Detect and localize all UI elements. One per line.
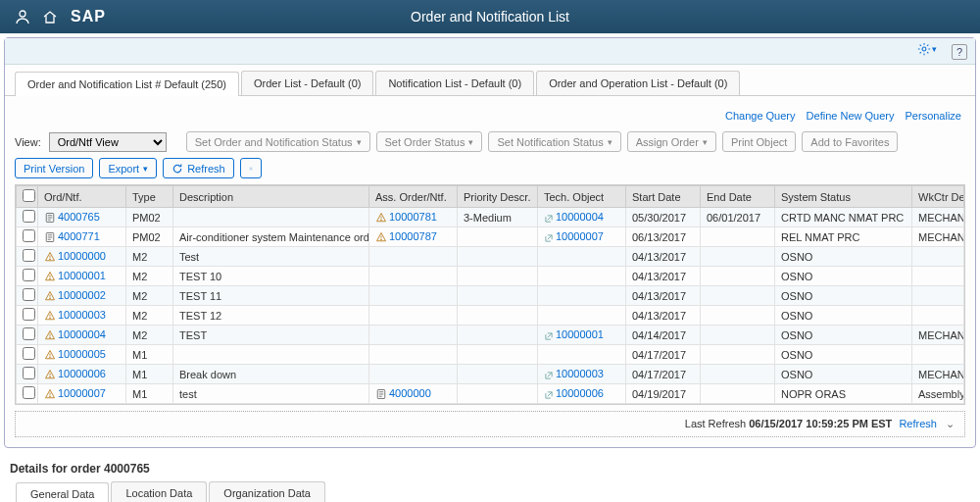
set-order-status-button[interactable]: Set Order Status▾ bbox=[376, 131, 483, 152]
svg-point-1 bbox=[922, 47, 926, 51]
col-tech[interactable]: Tech. Object bbox=[538, 186, 626, 208]
col-prio[interactable]: Priority Descr. bbox=[458, 186, 538, 208]
ordntf-link[interactable]: 10000002 bbox=[58, 289, 106, 301]
page-title: Order and Notification List bbox=[0, 9, 980, 25]
change-query-link[interactable]: Change Query bbox=[725, 110, 796, 122]
tab-1[interactable]: Order List - Default (0) bbox=[241, 71, 373, 95]
row-checkbox[interactable] bbox=[17, 365, 38, 384]
tech-object-link[interactable]: 10000004 bbox=[556, 211, 604, 223]
row-checkbox[interactable] bbox=[17, 267, 38, 286]
ordntf-link[interactable]: 4000765 bbox=[58, 211, 100, 223]
ordntf-link[interactable]: 10000001 bbox=[58, 270, 106, 281]
tab-0[interactable]: Order and Notification List # Default (2… bbox=[15, 72, 239, 96]
set-order-notif-status-button[interactable]: Set Order and Notification Status▾ bbox=[186, 131, 370, 152]
chevron-down-icon[interactable]: ⌄ bbox=[946, 418, 955, 429]
status-cell: OSNO bbox=[775, 365, 912, 384]
notification-icon bbox=[44, 290, 56, 302]
col-status[interactable]: System Status bbox=[775, 186, 912, 208]
tab-2[interactable]: Notification List - Default (0) bbox=[375, 71, 534, 95]
detail-tab-1[interactable]: Location Data bbox=[111, 481, 207, 502]
assign-order-button[interactable]: Assign Order▾ bbox=[627, 131, 716, 152]
select-all-checkbox[interactable] bbox=[17, 186, 38, 208]
ordntf-link[interactable]: 10000005 bbox=[58, 348, 106, 360]
start-cell: 04/19/2017 bbox=[626, 384, 701, 404]
settings-gear-icon[interactable]: ▾ bbox=[917, 42, 937, 56]
tech-object-link[interactable]: 10000003 bbox=[556, 368, 604, 379]
col-desc[interactable]: Description bbox=[173, 186, 369, 208]
refresh-link[interactable]: Refresh bbox=[899, 418, 937, 429]
ordntf-link[interactable]: 10000007 bbox=[58, 387, 106, 399]
end-cell bbox=[701, 286, 775, 306]
assoc-link[interactable]: 10000781 bbox=[389, 211, 437, 223]
detail-tab-2[interactable]: Organization Data bbox=[209, 481, 325, 502]
status-cell: OSNO bbox=[775, 286, 912, 306]
grid-settings-icon[interactable] bbox=[240, 158, 262, 178]
table-row[interactable]: 10000004M2TEST1000000104/14/2017OSNOMECH… bbox=[17, 326, 964, 345]
end-cell bbox=[701, 267, 775, 286]
home-icon[interactable] bbox=[39, 6, 61, 27]
col-assoc[interactable]: Ass. Order/Ntf. bbox=[369, 186, 458, 208]
table-row[interactable]: 4000765PM02100007813-Medium1000000405/30… bbox=[17, 208, 964, 227]
table-row[interactable]: 10000007M1test40000001000000604/19/2017N… bbox=[17, 384, 964, 404]
prio-cell bbox=[458, 326, 538, 345]
define-query-link[interactable]: Define New Query bbox=[807, 110, 895, 122]
assoc-link[interactable]: 10000787 bbox=[389, 230, 437, 242]
set-notif-status-button[interactable]: Set Notification Status▾ bbox=[488, 131, 620, 152]
table-row[interactable]: 10000001M2TEST 1004/13/2017OSNO bbox=[17, 267, 964, 286]
assoc-link[interactable]: 4000000 bbox=[389, 387, 431, 399]
tech-object-link[interactable]: 10000007 bbox=[556, 230, 604, 242]
tech-object-link[interactable]: 10000001 bbox=[556, 328, 604, 340]
ordntf-link[interactable]: 10000000 bbox=[58, 250, 106, 262]
tab-3[interactable]: Order and Operation List - Default (0) bbox=[536, 71, 740, 95]
row-checkbox[interactable] bbox=[17, 326, 38, 345]
row-checkbox[interactable] bbox=[17, 306, 38, 326]
end-cell bbox=[701, 306, 775, 326]
col-type[interactable]: Type bbox=[126, 186, 173, 208]
col-end[interactable]: End Date bbox=[701, 186, 775, 208]
table-row[interactable]: 4000771PM02Air-conditioner system Mainte… bbox=[17, 227, 964, 247]
add-to-favorites-button[interactable]: Add to Favorites bbox=[802, 131, 898, 152]
print-version-button[interactable]: Print Version bbox=[15, 158, 93, 178]
start-cell: 04/13/2017 bbox=[626, 286, 701, 306]
help-icon[interactable]: ? bbox=[952, 44, 967, 60]
print-object-button[interactable]: Print Object bbox=[722, 131, 796, 152]
ordntf-link[interactable]: 10000006 bbox=[58, 368, 106, 379]
type-cell: M1 bbox=[126, 365, 173, 384]
col-start[interactable]: Start Date bbox=[626, 186, 701, 208]
export-button[interactable]: Export▾ bbox=[99, 158, 157, 178]
table-row[interactable]: 10000002M2TEST 1104/13/2017OSNO bbox=[17, 286, 964, 306]
row-checkbox[interactable] bbox=[17, 208, 38, 227]
personalize-link[interactable]: Personalize bbox=[906, 110, 961, 122]
refresh-button[interactable]: Refresh bbox=[163, 158, 234, 178]
table-row[interactable]: 10000003M2TEST 1204/13/2017OSNO bbox=[17, 306, 964, 326]
view-select[interactable]: Ord/Ntf View bbox=[49, 132, 167, 152]
col-ordntf[interactable]: Ord/Ntf. bbox=[38, 186, 126, 208]
wkctr-cell bbox=[912, 267, 964, 286]
wkctr-cell: Assembly 01 bbox=[912, 384, 964, 404]
detail-tab-0[interactable]: General Data bbox=[16, 482, 109, 502]
ordntf-link[interactable]: 10000004 bbox=[58, 328, 106, 340]
row-checkbox[interactable] bbox=[17, 247, 38, 267]
query-links: Change Query Define New Query Personaliz… bbox=[5, 96, 975, 127]
wkctr-cell bbox=[912, 286, 964, 306]
row-checkbox[interactable] bbox=[17, 227, 38, 247]
row-checkbox[interactable] bbox=[17, 286, 38, 306]
grid-header-row: Ord/Ntf. Type Description Ass. Order/Ntf… bbox=[17, 186, 964, 208]
col-wkctr[interactable]: WkCtr Descr. bbox=[912, 186, 964, 208]
wkctr-cell bbox=[912, 345, 964, 365]
tech-object-link[interactable]: 10000006 bbox=[556, 387, 604, 399]
svg-point-7 bbox=[50, 259, 51, 260]
row-checkbox[interactable] bbox=[17, 384, 38, 404]
notification-icon bbox=[44, 271, 56, 282]
ordntf-link[interactable]: 4000771 bbox=[58, 230, 100, 242]
table-row[interactable]: 10000006M1Break down1000000304/17/2017OS… bbox=[17, 365, 964, 384]
table-row[interactable]: 10000005M104/17/2017OSNO bbox=[17, 345, 964, 365]
desc-cell bbox=[173, 345, 369, 365]
ordntf-link[interactable]: 10000003 bbox=[58, 309, 106, 321]
notification-icon bbox=[44, 369, 56, 380]
main-tabs: Order and Notification List # Default (2… bbox=[5, 65, 975, 96]
row-checkbox[interactable] bbox=[17, 345, 38, 365]
table-row[interactable]: 10000000M2Test04/13/2017OSNO bbox=[17, 247, 964, 267]
user-icon[interactable] bbox=[12, 6, 33, 27]
svg-point-13 bbox=[50, 376, 51, 377]
